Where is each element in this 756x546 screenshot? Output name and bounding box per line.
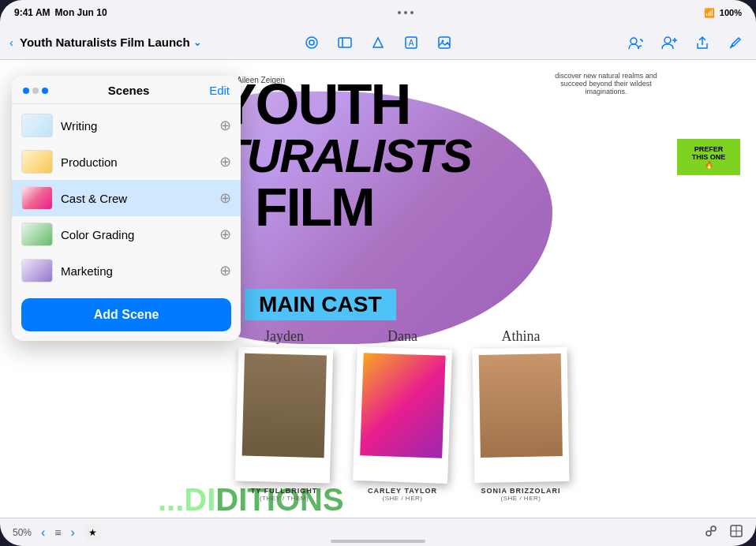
scene-item-cast-crew[interactable]: Cast & Crew ⊕ xyxy=(12,180,241,216)
svg-point-8 xyxy=(631,38,637,44)
author-label: Aileen Zeigen xyxy=(237,76,285,84)
scenes-panel: Scenes Edit Writing ⊕ Production ⊕ xyxy=(12,76,241,341)
polaroid-1 xyxy=(235,346,333,483)
scene-thumb-marketing xyxy=(21,259,53,282)
scene-more-production[interactable]: ⊕ xyxy=(219,153,231,170)
date-display: Mon Jun 10 xyxy=(55,7,107,18)
scenes-panel-title: Scenes xyxy=(48,84,209,97)
next-page-button[interactable]: › xyxy=(71,525,75,540)
dot2 xyxy=(404,11,407,14)
toolbar: ‹ Youth Naturalists Film Launch ⌄ xyxy=(0,25,756,60)
scene-thumb-writing xyxy=(21,114,53,137)
image-icon[interactable] xyxy=(433,32,455,54)
scene-more-writing[interactable]: ⊕ xyxy=(219,117,231,134)
scene-item-writing[interactable]: Writing ⊕ xyxy=(12,107,241,144)
title-chevron-icon: ⌄ xyxy=(193,37,201,48)
prev-page-button[interactable]: ‹ xyxy=(41,525,45,540)
main-cast-badge: MAIN CAST xyxy=(245,289,396,320)
pencil-icon[interactable] xyxy=(724,32,747,54)
sticky-note: PREFER THIS ONE 🔥 xyxy=(677,139,740,175)
cast-pronouns-1: (THEY / THEM) xyxy=(260,495,309,502)
svg-point-0 xyxy=(306,37,317,48)
status-bar-left: 9:41 AM Mon Jun 10 xyxy=(14,7,107,18)
list-view-icon[interactable]: ≡ xyxy=(54,526,61,539)
scene-item-color-grading[interactable]: Color Grading ⊕ xyxy=(12,216,241,252)
text-icon[interactable]: A xyxy=(400,32,422,54)
bottom-right-icons xyxy=(704,524,743,541)
add-scene-button[interactable]: Add Scene xyxy=(21,298,231,331)
scene-more-color-grading[interactable]: ⊕ xyxy=(219,226,231,243)
scene-label-marketing: Marketing xyxy=(61,264,211,278)
back-chevron-icon: ‹ xyxy=(9,36,13,49)
dot3 xyxy=(410,11,414,14)
dot1 xyxy=(398,11,401,14)
polaroid-2 xyxy=(353,346,452,484)
time-display: 9:41 AM xyxy=(14,7,51,18)
dot-inactive-2 xyxy=(42,88,48,94)
cast-script-name-3: Athina xyxy=(502,328,541,345)
scene-more-marketing[interactable]: ⊕ xyxy=(219,262,231,279)
toolbar-right xyxy=(625,32,747,54)
cast-photo-2 xyxy=(360,353,445,458)
cast-name-1: TY FULLBRIGHT xyxy=(251,487,317,495)
cast-pronouns-3: (SHE / HER) xyxy=(501,495,541,502)
cast-photo-1 xyxy=(242,353,327,458)
back-button[interactable]: ‹ xyxy=(9,36,13,49)
main-cast-section: MAIN CAST Jayden TY FULLBRIGHT (THEY / T… xyxy=(221,289,756,502)
scene-item-marketing[interactable]: Marketing ⊕ xyxy=(12,252,241,289)
scenes-list: Writing ⊕ Production ⊕ Cast & Crew ⊕ xyxy=(12,104,241,292)
ipad-frame: 9:41 AM Mon Jun 10 📶 100% ‹ Youth Natura… xyxy=(0,0,756,546)
draw-icon[interactable] xyxy=(301,32,323,54)
scene-more-cast-crew[interactable]: ⊕ xyxy=(219,189,231,207)
svg-line-15 xyxy=(710,530,712,532)
scene-thumb-colorgrading xyxy=(21,223,53,246)
home-indicator xyxy=(331,540,425,543)
svg-text:A: A xyxy=(409,39,414,47)
scene-thumb-production xyxy=(21,150,53,174)
cast-photos: Jayden TY FULLBRIGHT (THEY / THEM) Dana xyxy=(221,328,756,502)
scene-label-cast-crew: Cast & Crew xyxy=(61,192,211,205)
zoom-level: 50% xyxy=(13,527,32,538)
link-icon[interactable] xyxy=(704,524,718,541)
svg-point-9 xyxy=(664,37,671,43)
scene-thumb-castcrew xyxy=(21,186,53,210)
add-person-icon[interactable] xyxy=(658,32,680,54)
status-bar-center xyxy=(398,11,414,14)
scene-label-color-grading: Color Grading xyxy=(61,228,211,241)
cast-pronouns-2: (SHE / HER) xyxy=(383,495,423,502)
shapes-icon[interactable] xyxy=(367,32,389,54)
battery-display: 100% xyxy=(720,8,742,17)
scene-label-writing: Writing xyxy=(61,119,211,133)
scene-label-production: Production xyxy=(61,155,211,169)
status-bar: 9:41 AM Mon Jun 10 📶 100% xyxy=(0,0,756,25)
grid-view-icon[interactable] xyxy=(334,32,356,54)
description-text: discover new natural realms and succeed … xyxy=(543,72,669,95)
cast-script-name-1: Jayden xyxy=(264,328,304,345)
collaborate-icon[interactable] xyxy=(625,32,647,54)
toolbar-center: A xyxy=(301,32,455,54)
title-text: Youth Naturalists Film Launch xyxy=(20,36,190,49)
cast-name-2: CARLEY TAYLOR xyxy=(368,487,437,495)
dot-inactive-1 xyxy=(32,88,39,94)
main-content: Aileen Zeigen discover new natural realm… xyxy=(0,60,756,518)
dot-active xyxy=(23,88,29,94)
scene-item-production[interactable]: Production ⊕ xyxy=(12,144,241,180)
svg-rect-2 xyxy=(339,38,351,47)
bottom-bar: 50% ‹ ≡ › ★ xyxy=(0,518,756,546)
cast-item-1: Jayden TY FULLBRIGHT (THEY / THEM) xyxy=(237,328,331,502)
bookmark-star-button[interactable]: ★ xyxy=(84,524,102,541)
panel-dots xyxy=(23,88,48,94)
cast-item-3: Athina SONIA BRIZZOLARI (SHE / HER) xyxy=(473,328,568,502)
cast-script-name-2: Dana xyxy=(387,328,417,345)
wifi-icon: 📶 xyxy=(704,8,715,18)
scenes-edit-button[interactable]: Edit xyxy=(209,84,230,97)
star-icon: ★ xyxy=(88,527,97,538)
svg-point-1 xyxy=(309,40,314,45)
polaroid-3 xyxy=(473,347,570,483)
cast-item-2: Dana CARLEY TAYLOR (SHE / HER) xyxy=(355,328,450,502)
scenes-panel-header: Scenes Edit xyxy=(12,76,241,104)
share-icon[interactable] xyxy=(691,32,713,54)
cast-name-3: SONIA BRIZZOLARI xyxy=(481,487,560,495)
square-view-icon[interactable] xyxy=(729,524,743,541)
canvas[interactable]: Aileen Zeigen discover new natural realm… xyxy=(0,60,756,518)
